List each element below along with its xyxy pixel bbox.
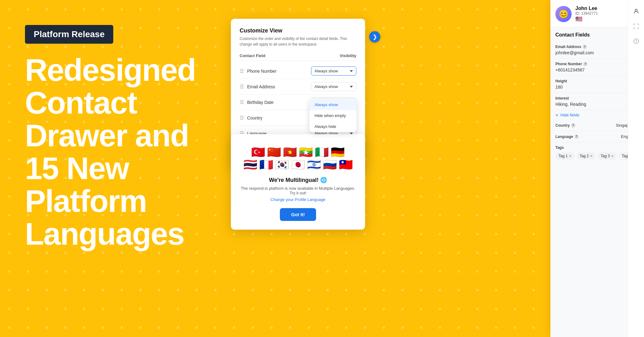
- flags-row-1: 🇹🇷 🇨🇳 🇻🇳 🇲🇲 🇮🇹 🇩🇪: [251, 147, 345, 158]
- tags-label: Tags: [555, 145, 639, 150]
- customize-modal-desc: Customize the order and visibility of th…: [240, 36, 356, 47]
- flag-jp: 🇯🇵: [291, 159, 305, 170]
- table-header: Contact Field Visibility: [240, 53, 356, 61]
- flag-vn: 🇻🇳: [283, 147, 297, 158]
- tag-chip-1: Tag 1 ×: [555, 152, 575, 160]
- tag-text-2: Tag 2: [580, 154, 589, 158]
- visibility-select-email[interactable]: Always show Hide when empty Always hide: [311, 82, 356, 91]
- flag-ru: 🇷🇺: [323, 159, 337, 170]
- field-label-phone: Phone Number ?: [555, 62, 639, 66]
- dropdown-option-always-show[interactable]: Always show: [310, 99, 356, 110]
- field-label-country: Country ?: [555, 123, 575, 128]
- drawer-sidebar: [628, 27, 644, 337]
- tag-text-3: Tag 3: [601, 154, 610, 158]
- field-label-interest: Interest: [555, 96, 639, 100]
- tag-remove-1[interactable]: ×: [569, 154, 571, 159]
- flag-de: 🇩🇪: [331, 147, 345, 158]
- field-label-language: Language ?: [555, 134, 579, 139]
- flag-tw: 🇹🇼: [339, 159, 353, 170]
- field-name: Country: [247, 115, 262, 120]
- field-value-interest: Hiking, Reading: [555, 102, 639, 107]
- avatar-emoji: 😊: [559, 9, 568, 19]
- field-name: Phone Number: [247, 69, 276, 74]
- flag-cn: 🇨🇳: [267, 147, 281, 158]
- drag-icon: ☰: [240, 99, 244, 105]
- tag-remove-2[interactable]: ×: [590, 154, 593, 159]
- multilingual-title: We're Multilingual! 🌐: [240, 177, 356, 183]
- gotit-button[interactable]: Got It!: [280, 208, 316, 221]
- table-row: ☰ Email Address Always show Hide when em…: [240, 79, 356, 95]
- tag-chip-2: Tag 2 ×: [577, 152, 596, 160]
- tags-container: Tag 1 × Tag 2 × Tag 3 × Tag 4 ×: [555, 152, 639, 160]
- drag-icon: ☰: [240, 84, 244, 90]
- field-value-email: johnlee@gmail.com: [555, 50, 639, 55]
- field-label-height: Height: [555, 79, 639, 83]
- sidebar-transfer-icon[interactable]: [630, 27, 642, 32]
- badge-label: Platform Release: [25, 25, 113, 44]
- sidebar-history-icon[interactable]: [630, 35, 642, 47]
- flag-th: 🇹🇭: [243, 159, 257, 170]
- profile-language-link[interactable]: Change your Profile Language: [240, 197, 356, 202]
- dropdown-option-hide-empty[interactable]: Hide when empty: [310, 110, 356, 121]
- flag-tr: 🇹🇷: [251, 147, 265, 158]
- chevron-right-icon: ❯: [373, 33, 377, 40]
- help-icon-phone: ?: [583, 62, 588, 66]
- tag-remove-3[interactable]: ×: [611, 154, 613, 159]
- flags-grid: 🇹🇷 🇨🇳 🇻🇳 🇲🇲 🇮🇹 🇩🇪 🇹🇭 🇫🇷 🇰🇷 🇯🇵 🇮🇱 🇷🇺 🇹🇼: [240, 147, 356, 170]
- field-value-phone: +60141234567: [555, 67, 639, 72]
- help-icon-language: ?: [574, 134, 579, 139]
- field-name: Email Address: [247, 84, 275, 89]
- left-panel: Platform Release Redesigned Contact Draw…: [25, 25, 225, 250]
- field-name: Birthday Date: [247, 100, 274, 105]
- expand-chevron-button[interactable]: ❯: [369, 31, 380, 42]
- visibility-dropdown: Always show Hide when empty Always hide: [310, 99, 356, 132]
- tag-chip-3: Tag 3 ×: [598, 152, 617, 160]
- visibility-select-phone[interactable]: Always show Hide when empty Always hide: [311, 66, 356, 76]
- col-field: Contact Field: [240, 53, 265, 58]
- contact-drawer: 😊 John Lee ID: 13642771 🇺🇸 Contact Field…: [550, 0, 644, 337]
- help-icon-country: ?: [571, 123, 575, 128]
- help-icon-email: ?: [583, 45, 587, 49]
- flag-mm: 🇲🇲: [299, 147, 313, 158]
- col-visibility: Visibility: [340, 53, 356, 58]
- hide-fields-label: Hide fields: [560, 113, 579, 117]
- table-row: ☰ Phone Number Always show Hide when emp…: [240, 63, 356, 79]
- flag-it: 🇮🇹: [315, 147, 329, 158]
- multilingual-desc: The respond.io platform is now available…: [240, 186, 356, 195]
- tag-text-1: Tag 1: [559, 154, 568, 158]
- customize-modal-title: Customize View: [240, 27, 356, 34]
- drag-icon: ☰: [240, 68, 244, 74]
- field-value-height: 180: [555, 85, 639, 90]
- multilingual-modal: 🇹🇷 🇨🇳 🇻🇳 🇲🇲 🇮🇹 🇩🇪 🇹🇭 🇫🇷 🇰🇷 🇯🇵 🇮🇱 🇷🇺 🇹🇼 W…: [231, 134, 365, 230]
- chevron-up-icon: ∨: [555, 113, 559, 117]
- avatar: 😊: [555, 6, 572, 22]
- flag-kr: 🇰🇷: [275, 159, 289, 170]
- flag-il: 🇮🇱: [307, 159, 321, 170]
- drag-icon: ☰: [240, 115, 244, 121]
- headline-text: Redesigned Contact Drawer and 15 New Pla…: [25, 54, 225, 250]
- flag-fr: 🇫🇷: [259, 159, 273, 170]
- field-label-email: Email Address ?: [555, 45, 639, 49]
- flags-row-2: 🇹🇭 🇫🇷 🇰🇷 🇯🇵 🇮🇱 🇷🇺 🇹🇼: [243, 159, 353, 170]
- dropdown-option-always-hide[interactable]: Always hide: [310, 121, 356, 132]
